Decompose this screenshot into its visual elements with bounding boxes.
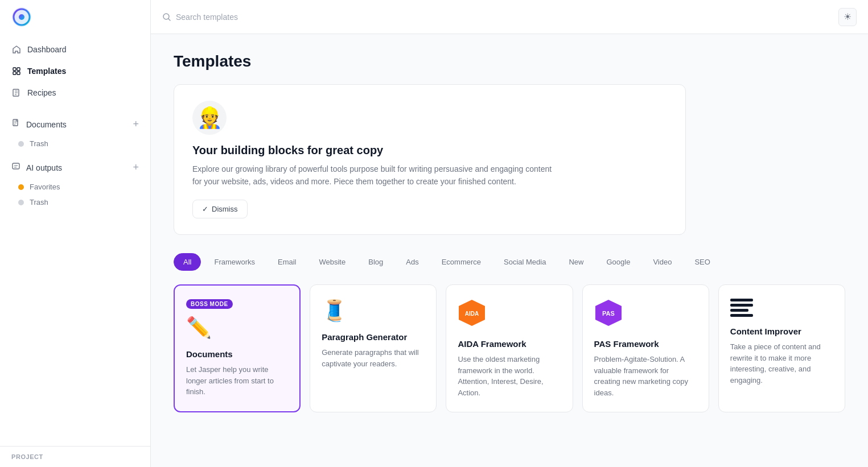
templates-grid: BOSS MODE ✏️ Documents Let Jasper help y… xyxy=(174,284,845,413)
sidebar-documents-trash[interactable]: Trash xyxy=(0,136,150,151)
sidebar-ai-favorites-label: Favorites xyxy=(30,183,60,191)
pas-badge-icon: PAS xyxy=(594,299,623,327)
card-aida-framework[interactable]: AIDA AIDA Framework Use the oldest marke… xyxy=(446,284,573,413)
svg-text:PAS: PAS xyxy=(602,310,615,317)
paragraph-generator-desc: Generate paragraphs that will captivate … xyxy=(322,347,425,369)
paragraph-generator-title: Paragraph Generator xyxy=(322,332,425,343)
svg-rect-6 xyxy=(17,72,20,75)
logo-area xyxy=(0,0,150,34)
aida-framework-title: AIDA Framework xyxy=(458,338,561,350)
documents-card-title: Documents xyxy=(186,349,288,360)
app-logo[interactable] xyxy=(11,7,32,27)
sidebar-ai-trash-label: Trash xyxy=(30,198,48,206)
filter-tab-blog[interactable]: Blog xyxy=(359,253,393,271)
topbar-right: ☀ xyxy=(838,8,857,26)
check-icon: ✓ xyxy=(202,205,208,213)
sidebar-project-label: PROJECT xyxy=(0,446,150,467)
filter-tab-google[interactable]: Google xyxy=(597,253,640,271)
svg-rect-9 xyxy=(13,163,19,169)
filter-tab-social-media[interactable]: Social Media xyxy=(494,253,556,271)
svg-rect-3 xyxy=(13,68,16,71)
card-documents[interactable]: BOSS MODE ✏️ Documents Let Jasper help y… xyxy=(174,284,301,413)
search-area xyxy=(162,13,838,22)
sidebar-documents-section[interactable]: Documents + xyxy=(0,113,150,136)
sidebar-item-dashboard[interactable]: Dashboard xyxy=(0,39,150,60)
favorites-dot-icon xyxy=(18,184,24,190)
svg-text:AIDA: AIDA xyxy=(465,311,479,317)
sidebar-ai-outputs-label: AI outputs xyxy=(26,163,62,172)
ai-outputs-add-button[interactable]: + xyxy=(133,162,139,173)
document-icon xyxy=(11,119,20,130)
dismiss-button[interactable]: ✓ Dismiss xyxy=(192,200,248,218)
sidebar-item-recipes[interactable]: Recipes xyxy=(0,82,150,104)
sidebar-ai-trash[interactable]: Trash xyxy=(0,195,150,210)
filter-tab-ecommerce[interactable]: Ecommerce xyxy=(432,253,491,271)
documents-card-icon: ✏️ xyxy=(186,316,288,340)
svg-point-2 xyxy=(19,14,24,20)
boss-mode-badge: BOSS MODE xyxy=(186,299,233,309)
filter-tab-seo[interactable]: SEO xyxy=(685,253,719,271)
svg-rect-4 xyxy=(17,68,20,71)
banner-description: Explore our growing library of powerful … xyxy=(192,163,562,188)
sidebar-item-templates[interactable]: Templates xyxy=(0,60,150,82)
filter-tab-website[interactable]: Website xyxy=(309,253,355,271)
documents-add-button[interactable]: + xyxy=(133,118,139,130)
topbar: ☀ xyxy=(151,0,868,34)
card-content-improver[interactable]: Content Improver Take a piece of content… xyxy=(718,284,845,413)
banner-emoji: 👷 xyxy=(192,101,227,135)
trash-dot-icon xyxy=(18,141,24,147)
search-input[interactable] xyxy=(176,13,347,22)
card-paragraph-generator[interactable]: 🧵 Paragraph Generator Generate paragraph… xyxy=(310,284,437,413)
ai-outputs-icon xyxy=(11,162,20,173)
card-pas-framework[interactable]: PAS PAS Framework Problem-Agitate-Soluti… xyxy=(582,284,709,413)
sidebar-ai-outputs-section[interactable]: AI outputs + xyxy=(0,156,150,179)
theme-toggle-button[interactable]: ☀ xyxy=(838,8,857,26)
content-area: Templates 👷 Your building blocks for gre… xyxy=(151,34,868,467)
pas-framework-desc: Problem-Agitate-Solution. A valuable fra… xyxy=(594,354,697,398)
content-improver-title: Content Improver xyxy=(730,326,833,337)
banner-title: Your building blocks for great copy xyxy=(192,144,667,157)
filter-tab-all[interactable]: All xyxy=(174,253,201,271)
filter-tab-email[interactable]: Email xyxy=(268,253,306,271)
sidebar-ai-favorites[interactable]: Favorites xyxy=(0,179,150,195)
sun-icon: ☀ xyxy=(844,11,851,22)
paragraph-generator-icon: 🧵 xyxy=(322,299,425,323)
book-icon xyxy=(11,88,22,98)
aida-badge-icon: AIDA xyxy=(458,299,486,327)
documents-card-desc: Let Jasper help you write longer article… xyxy=(186,364,288,398)
filter-tab-frameworks[interactable]: Frameworks xyxy=(204,253,265,271)
ai-trash-dot-icon xyxy=(18,200,24,205)
sidebar-item-recipes-label: Recipes xyxy=(27,88,56,97)
filter-tab-new[interactable]: New xyxy=(559,253,593,271)
filter-tab-ads[interactable]: Ads xyxy=(396,253,428,271)
aida-framework-desc: Use the oldest marketing framework in th… xyxy=(458,354,561,398)
sidebar-nav: Dashboard Templates Recipes xyxy=(0,34,150,446)
sidebar-documents-trash-label: Trash xyxy=(30,139,48,148)
page-title: Templates xyxy=(174,52,845,71)
svg-rect-5 xyxy=(13,72,16,75)
filter-tabs: All Frameworks Email Website Blog Ads Ec… xyxy=(174,253,845,271)
grid-icon xyxy=(11,66,22,76)
content-improver-desc: Take a piece of content and rewrite it t… xyxy=(730,341,833,386)
content-improver-icon xyxy=(730,299,753,317)
dismiss-label: Dismiss xyxy=(212,205,238,213)
search-icon xyxy=(162,13,171,22)
sidebar-documents-label: Documents xyxy=(26,120,67,129)
main-area: ☀ Templates 👷 Your building blocks for g… xyxy=(151,0,868,467)
filter-tab-video[interactable]: Video xyxy=(643,253,681,271)
sidebar-item-templates-label: Templates xyxy=(27,67,66,76)
info-banner: 👷 Your building blocks for great copy Ex… xyxy=(174,84,686,235)
home-icon xyxy=(11,44,22,55)
sidebar: Dashboard Templates Recipes xyxy=(0,0,151,467)
sidebar-item-dashboard-label: Dashboard xyxy=(27,45,67,54)
pas-framework-title: PAS Framework xyxy=(594,338,697,350)
